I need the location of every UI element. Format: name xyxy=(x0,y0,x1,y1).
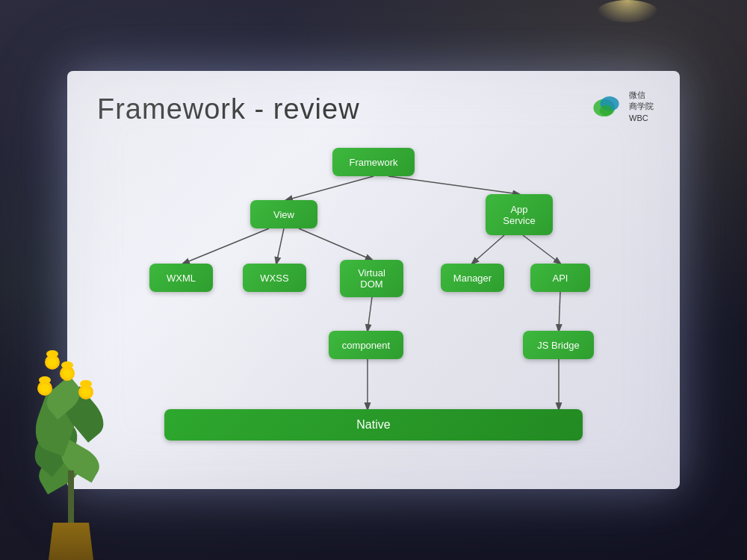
svg-line-5 xyxy=(183,228,269,264)
svg-line-9 xyxy=(523,235,560,264)
node-js-bridge: JS Bridge xyxy=(523,331,594,359)
node-virtual-dom: VirtualDOM xyxy=(340,260,403,297)
node-manager: Manager xyxy=(441,264,504,292)
wbc-logo-icon xyxy=(589,90,623,124)
framework-diagram: Framework View AppService WXML WXSS Virt… xyxy=(97,140,650,469)
slide-title: Framework - review xyxy=(97,93,650,125)
svg-line-6 xyxy=(276,228,284,264)
svg-point-2 xyxy=(600,105,613,115)
svg-line-3 xyxy=(286,176,374,200)
svg-line-11 xyxy=(559,292,560,331)
plant-decoration xyxy=(22,351,120,560)
svg-line-8 xyxy=(472,235,504,264)
svg-line-7 xyxy=(299,228,372,260)
node-wxml: WXML xyxy=(149,264,213,292)
svg-line-4 xyxy=(388,176,519,194)
node-wxss: WXSS xyxy=(243,264,306,292)
node-component: component xyxy=(329,331,403,359)
wbc-text: 微信商学院WBC xyxy=(629,90,654,124)
svg-line-10 xyxy=(368,297,372,331)
presentation-screen: Framework - review 微信商学院WBC xyxy=(67,71,680,489)
node-api: API xyxy=(530,264,590,292)
wbc-logo: 微信商学院WBC xyxy=(589,90,654,124)
node-framework: Framework xyxy=(332,148,415,176)
node-native: Native xyxy=(164,409,583,441)
node-view: View xyxy=(250,200,317,228)
node-app-service: AppService xyxy=(486,194,553,235)
room-background: Framework - review 微信商学院WBC xyxy=(0,0,747,560)
ceiling-light xyxy=(598,0,657,22)
